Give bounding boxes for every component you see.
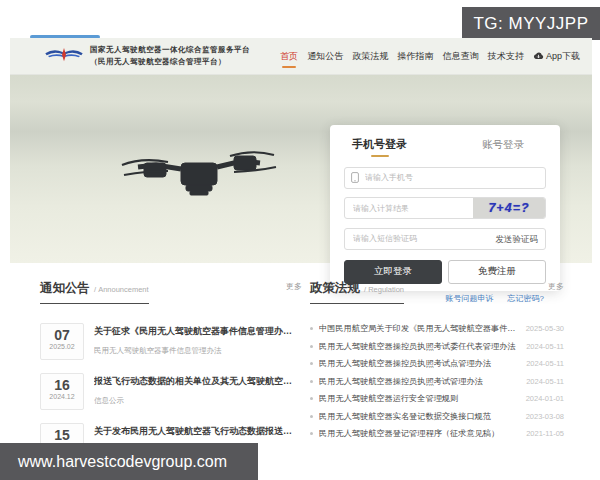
site-title: 国家无人驾驶航空器一体化综合监管服务平台 （民用无人驾驶航空器综合管理平台）	[90, 44, 250, 68]
bullet-icon	[310, 327, 313, 330]
bullet-icon	[310, 432, 313, 435]
site-header: 国家无人驾驶航空器一体化综合监管服务平台 （民用无人驾驶航空器综合管理平台） 首…	[10, 38, 592, 75]
regulation-date: 2024-05-11	[526, 342, 564, 351]
phone-input[interactable]	[344, 167, 546, 189]
regulations-more-link[interactable]: 更多	[548, 281, 564, 292]
bullet-icon	[310, 362, 313, 365]
nav-announcements[interactable]: 通知公告	[307, 50, 343, 63]
regulation-title: 民用无人驾驶航空器操控员执照考试管理办法	[319, 376, 518, 387]
main-nav: 首页 通知公告 政策法规 操作指南 信息查询 技术支持 App下载	[280, 38, 580, 75]
drone-image	[118, 143, 278, 205]
announcements-header: 通知公告/ Announcement 更多	[40, 278, 302, 310]
website-frame: 国家无人驾驶航空器一体化综合监管服务平台 （民用无人驾驶航空器综合管理平台） 首…	[10, 38, 592, 443]
tg-contact-badge: TG: MYYJJPP	[462, 7, 600, 40]
site-url-bar: www.harvestcodevgroup.com	[0, 443, 258, 480]
regulations-list: 中国民用航空局关于印发《民用无人驾驶航空器事件信息管理办法》... 2025-0…	[310, 320, 564, 443]
announcements-header-text: 通知公告/ Announcement	[40, 278, 149, 304]
regulation-title: 民用无人驾驶航空器操控员执照考试点管理办法	[319, 358, 518, 369]
regulation-item[interactable]: 民用无人驾驶航空器登记管理程序（征求意见稿） 2021-11-05	[310, 425, 564, 443]
announcement-title: 关于征求《民用无人驾驶航空器事件信息管理办法(征求意见稿)》...	[94, 325, 292, 338]
nav-info-query[interactable]: 信息查询	[443, 50, 479, 63]
regulation-item[interactable]: 民用无人驾驶航空器操控员执照考试管理办法 2024-05-11	[310, 373, 564, 391]
page: TG: MYYJJPP 国家无人驾驶航空器一体化综合监管服务平台 （民用无人驾驶…	[0, 0, 600, 480]
announcements-more-link[interactable]: 更多	[286, 281, 302, 292]
regulation-title: 民用无人驾驶航空器登记管理程序（征求意见稿）	[319, 428, 518, 439]
regulation-item[interactable]: 民用无人驾驶航空器操控员执照考试点管理办法 2024-05-11	[310, 355, 564, 373]
regulation-date: 2023-03-08	[526, 412, 564, 421]
hero-banner: 手机号登录 账号登录 7+4=? 发送验证码	[10, 75, 592, 263]
announcements-section: 通知公告/ Announcement 更多 07 2025.02 关于征求《民用…	[40, 278, 302, 460]
regulation-item[interactable]: 中国民用航空局关于印发《民用无人驾驶航空器事件信息管理办法》... 2025-0…	[310, 320, 564, 338]
regulation-date: 2024-01-01	[526, 394, 564, 403]
regulation-title: 民用无人驾驶航空器操控员执照考试委任代表管理办法	[319, 341, 518, 352]
login-tabs: 手机号登录 账号登录	[344, 135, 546, 158]
announcement-desc: 信息公示	[94, 396, 292, 406]
announcement-title: 报送飞行动态数据的相关单位及其无人驾驶航空器型号公示（动...	[94, 375, 292, 388]
phone-icon	[351, 172, 359, 183]
captcha-image[interactable]: 7+4=?	[473, 198, 545, 218]
announcement-desc: 民用无人驾驶航空器事件信息管理办法	[94, 346, 292, 356]
announcements-subtitle: / Announcement	[94, 285, 149, 294]
regulations-title: 政策法规	[310, 281, 360, 295]
bullet-icon	[310, 380, 313, 383]
announcement-date: 16 2024.12	[40, 373, 84, 410]
regulation-date: 2025-05-30	[526, 324, 564, 333]
site-title-line2: （民用无人驾驶航空器综合管理平台）	[90, 56, 250, 68]
tab-phone-login[interactable]: 手机号登录	[352, 137, 407, 152]
announcement-day: 16	[41, 377, 83, 393]
announcement-month: 2025.02	[41, 343, 83, 350]
send-code-button[interactable]: 发送验证码	[496, 234, 539, 246]
captcha-field-wrap: 7+4=?	[344, 197, 546, 220]
bullet-icon	[310, 397, 313, 400]
nav-guide[interactable]: 操作指南	[397, 50, 433, 63]
regulation-title: 民用无人驾驶航空器实名登记数据交换接口规范	[319, 411, 518, 422]
regulation-title: 中国民用航空局关于印发《民用无人驾驶航空器事件信息管理办法》...	[319, 323, 518, 334]
bullet-icon	[310, 415, 313, 418]
announcement-text: 报送飞行动态数据的相关单位及其无人驾驶航空器型号公示（动... 信息公示	[94, 373, 292, 410]
nav-app-download-label: App下载	[546, 51, 580, 61]
regulations-section: 政策法规/ Regulation 更多 中国民用航空局关于印发《民用无人驾驶航空…	[310, 278, 564, 443]
regulations-header: 政策法规/ Regulation 更多	[310, 278, 564, 310]
announcement-day: 07	[41, 327, 83, 343]
bullet-icon	[310, 345, 313, 348]
announcement-date: 07 2025.02	[40, 323, 84, 360]
nav-regulations[interactable]: 政策法规	[352, 50, 388, 63]
announcement-day: 15	[41, 427, 83, 443]
announcement-item[interactable]: 16 2024.12 报送飞行动态数据的相关单位及其无人驾驶航空器型号公示（动.…	[40, 373, 302, 410]
cloud-download-icon	[533, 51, 544, 60]
announcement-title: 关于发布民用无人驾驶航空器飞行动态数据报送要求的公告	[94, 425, 292, 438]
regulation-date: 2021-11-05	[526, 429, 564, 438]
regulation-item[interactable]: 民用无人驾驶航空器运行安全管理规则 2024-01-01	[310, 390, 564, 408]
regulation-item[interactable]: 民用无人驾驶航空器实名登记数据交换接口规范 2023-03-08	[310, 408, 564, 426]
regulation-date: 2024-05-11	[526, 377, 564, 386]
nav-app-download[interactable]: App下载	[533, 50, 580, 63]
regulations-header-text: 政策法规/ Regulation	[310, 278, 404, 304]
caac-wings-logo-icon	[44, 43, 84, 69]
regulation-date: 2024-05-11	[526, 359, 564, 368]
regulation-title: 民用无人驾驶航空器运行安全管理规则	[319, 393, 518, 404]
regulation-item[interactable]: 民用无人驾驶航空器操控员执照考试委任代表管理办法 2024-05-11	[310, 338, 564, 356]
login-card: 手机号登录 账号登录 7+4=? 发送验证码	[330, 125, 560, 291]
nav-home[interactable]: 首页	[280, 50, 298, 63]
sms-field-wrap: 发送验证码	[344, 227, 546, 250]
regulations-subtitle: / Regulation	[364, 285, 404, 294]
tab-account-login[interactable]: 账号登录	[482, 138, 524, 152]
announcement-month: 2024.12	[41, 393, 83, 400]
site-title-line1: 国家无人驾驶航空器一体化综合监管服务平台	[90, 44, 250, 56]
phone-field-wrap	[344, 166, 546, 189]
announcement-text: 关于征求《民用无人驾驶航空器事件信息管理办法(征求意见稿)》... 民用无人驾驶…	[94, 323, 292, 360]
announcement-item[interactable]: 07 2025.02 关于征求《民用无人驾驶航空器事件信息管理办法(征求意见稿)…	[40, 323, 302, 360]
nav-support[interactable]: 技术支持	[488, 50, 524, 63]
announcements-title: 通知公告	[40, 281, 90, 295]
